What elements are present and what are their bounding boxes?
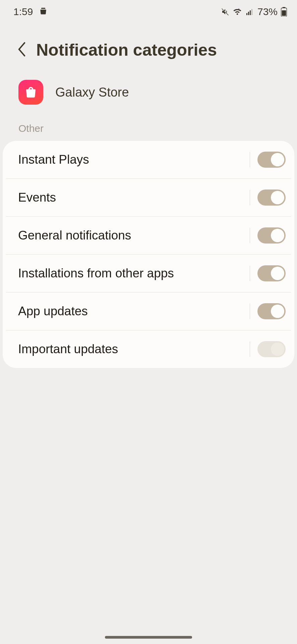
svg-rect-2: [248, 12, 249, 15]
row-label: Instant Plays: [18, 153, 246, 167]
nav-handle[interactable]: [105, 636, 192, 639]
page-title: Notification categories: [36, 40, 217, 60]
row-divider: [250, 266, 250, 281]
toggle-instant-plays[interactable]: [257, 152, 286, 168]
toggle-installations-from-other-apps[interactable]: [257, 265, 286, 281]
status-right: 6 73%: [221, 6, 287, 17]
row-label: General notifications: [18, 228, 246, 243]
row-label: Installations from other apps: [18, 266, 246, 280]
categories-card: Instant Plays Events General notificatio…: [3, 141, 294, 368]
row-installations-from-other-apps[interactable]: Installations from other apps: [6, 254, 291, 292]
back-icon[interactable]: [17, 42, 27, 58]
row-label: Events: [18, 191, 246, 205]
app-info-row[interactable]: Galaxy Store: [0, 70, 297, 118]
row-divider: [250, 341, 250, 357]
row-label: Important updates: [18, 342, 246, 356]
signal-icon: [245, 8, 254, 16]
battery-icon: [281, 7, 287, 16]
shopping-bag-icon: [39, 6, 48, 17]
status-left: 1:59: [13, 6, 48, 17]
toggle-app-updates[interactable]: [257, 303, 286, 319]
mute-vibrate-icon: [221, 8, 229, 16]
section-label-other: Other: [0, 118, 297, 141]
svg-rect-7: [282, 10, 286, 16]
status-bar: 1:59 6 73%: [0, 0, 297, 23]
battery-percentage: 73%: [257, 6, 278, 17]
row-label: App updates: [18, 304, 246, 318]
galaxy-store-app-icon: [18, 80, 43, 105]
row-general-notifications[interactable]: General notifications: [6, 216, 291, 254]
row-divider: [250, 190, 250, 205]
svg-rect-4: [251, 9, 252, 15]
status-time: 1:59: [13, 6, 33, 17]
toggle-general-notifications[interactable]: [257, 227, 286, 244]
wifi-icon: 6: [233, 8, 242, 16]
row-app-updates[interactable]: App updates: [6, 292, 291, 330]
svg-rect-3: [250, 10, 251, 15]
toggle-important-updates[interactable]: [257, 341, 286, 357]
svg-text:6: 6: [238, 8, 240, 11]
toggle-events[interactable]: [257, 190, 286, 206]
svg-rect-1: [246, 13, 247, 15]
row-divider: [250, 152, 250, 167]
row-events[interactable]: Events: [6, 178, 291, 216]
page-header: Notification categories: [0, 23, 297, 70]
app-name-label: Galaxy Store: [55, 85, 129, 100]
row-instant-plays[interactable]: Instant Plays: [6, 141, 291, 178]
row-divider: [250, 304, 250, 319]
row-divider: [250, 228, 250, 243]
row-important-updates[interactable]: Important updates: [6, 330, 291, 368]
